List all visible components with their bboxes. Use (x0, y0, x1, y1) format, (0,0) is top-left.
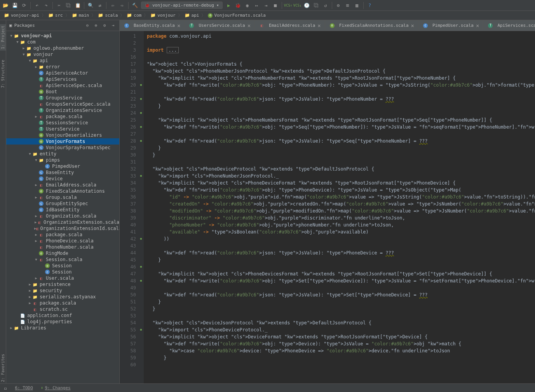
close-icon[interactable]: × (177, 23, 180, 29)
replace-icon[interactable]: ⇄ (97, 2, 103, 9)
crumb-root[interactable]: 📁vonjour-api (2, 12, 41, 19)
tree-node[interactable]: oBoot (6, 89, 119, 95)
settings-icon[interactable]: ⚙ (335, 2, 342, 9)
attach-icon[interactable]: ⇥ (263, 2, 269, 9)
undo-icon[interactable]: ↶ (34, 2, 40, 9)
tree-node[interactable]: ◧scratch.sc (6, 306, 119, 312)
revert-icon[interactable]: ↺ (322, 2, 329, 9)
tree-node[interactable]: oVonjourFormats (6, 138, 119, 145)
copy-icon[interactable]: ⿻ (65, 2, 71, 9)
tree-node[interactable]: oVonjourDeserializers (6, 132, 119, 138)
crumb-vonjour[interactable]: 📁vonjour (149, 12, 177, 19)
tree-node[interactable]: ▶◧EmailAddress.scala (6, 182, 119, 188)
tree-node[interactable]: ▶📁error (6, 64, 119, 70)
tree-node[interactable]: ▼📁com (6, 39, 119, 45)
tree-node[interactable]: ◧ApiServiceSpec.scala (6, 82, 119, 89)
editor-tab[interactable]: TApiServices.scala× (483, 20, 535, 31)
tree-node[interactable]: oSession (6, 263, 119, 269)
tree-node[interactable]: ▼📁entity (6, 151, 119, 157)
stop-icon[interactable]: ■ (272, 2, 279, 9)
tree-node[interactable]: ▶📁oglowo.phonenumber (6, 45, 119, 51)
find-icon[interactable]: 🔍 (87, 2, 94, 9)
tree-node[interactable]: cApiServiceActor (6, 70, 119, 76)
tree-node[interactable]: ▶📁security (6, 287, 119, 294)
vcs-up-icon[interactable]: VCS↑ (285, 2, 291, 9)
tree-node[interactable]: TGroupsService (6, 95, 119, 101)
editor-tab[interactable]: cPimpedUser.scala× (418, 20, 483, 31)
tree-node[interactable]: ▶◧package.scala (6, 113, 119, 120)
tree-node[interactable]: ▶📁serializers.astyanax (6, 294, 119, 300)
todo-button[interactable]: 6: TODO (15, 385, 33, 390)
crumb-com[interactable]: 📁com (125, 12, 143, 19)
paste-icon[interactable]: 📋 (75, 2, 81, 9)
code-content[interactable]: package com.vonjour.api import ... "kw">… (144, 31, 535, 383)
debug-icon[interactable]: 🐞 (235, 2, 241, 9)
toggle-tools-icon[interactable]: ▫ (4, 385, 7, 391)
close-icon[interactable]: × (247, 23, 251, 29)
close-icon[interactable]: × (476, 23, 479, 29)
tree-node[interactable]: ▼📁vonjour (6, 51, 119, 57)
redo-icon[interactable]: ↷ (43, 2, 49, 9)
open-icon[interactable]: 📂 (2, 2, 9, 9)
tree-node[interactable]: ▼📁pimps (6, 157, 119, 163)
crumb-main[interactable]: 📁main (70, 12, 91, 19)
tree-node[interactable]: ▼📁api (6, 57, 119, 64)
crumb-api[interactable]: 📁api (183, 12, 201, 19)
coverage-icon[interactable]: ◉ (244, 2, 251, 9)
run-configuration-dropdown[interactable]: 🐞 vonjour-api-remote-debug ▾ (141, 2, 223, 9)
tree-node[interactable]: ▶◧package.scala (6, 232, 119, 238)
close-icon[interactable]: × (317, 23, 321, 29)
help-icon[interactable]: ? (367, 2, 373, 9)
tree-node[interactable]: ▶◧OrganizationExtension.scala (6, 219, 119, 225)
project-tree[interactable]: ▼📁vonjour-api▼📁com▶📁oglowo.phonenumber▼📁… (6, 31, 119, 383)
code-editor[interactable]: 1231617181920212223242526272829303132333… (120, 31, 535, 383)
back-icon[interactable]: ⇦ (110, 2, 116, 9)
tab-structure[interactable]: 7: Structure (0, 58, 6, 89)
target-icon[interactable]: ⊕ (93, 23, 99, 29)
tab-favorites[interactable]: 2: Favorites (0, 352, 6, 383)
vcs-down-icon[interactable]: VCS↓ (295, 2, 301, 9)
tree-node[interactable]: ▼📁vonjour-api (6, 33, 119, 39)
close-icon[interactable]: × (411, 23, 414, 29)
tree-node[interactable]: ▶📁persistence (6, 281, 119, 287)
tree-node[interactable]: cPimpedUser (6, 163, 119, 169)
tree-node[interactable]: ▶◧Group.scala (6, 194, 119, 200)
crumb-scala[interactable]: 📁scala (96, 12, 119, 19)
tree-node[interactable]: cSession (6, 269, 119, 275)
tree-node[interactable]: ▶◧User.scala (6, 275, 119, 281)
gear-icon[interactable]: ⚙ (101, 23, 108, 29)
tree-node[interactable]: 📄application.conf (6, 312, 119, 319)
tree-node[interactable]: 📄log4j.properties (6, 319, 119, 325)
collapse-icon[interactable]: ⊖ (84, 23, 91, 29)
structure-icon[interactable]: ▦ (354, 2, 360, 9)
save-icon[interactable]: 💾 (12, 2, 18, 9)
tree-node[interactable]: ▶◧PhoneDevice.scala (6, 238, 119, 244)
tree-node[interactable]: cVonjourSprayFormatsSpec (6, 145, 119, 151)
editor-tab[interactable]: oFixedScalaAnnotations.scala× (325, 20, 418, 31)
tree-node[interactable]: ▶◧OrganizationExtensionId.scala (6, 225, 119, 232)
history-icon[interactable]: 🕐 (304, 2, 310, 9)
refresh-icon[interactable]: ⟳ (21, 2, 27, 9)
crumb-src[interactable]: 📁src (47, 12, 64, 19)
step-icon[interactable]: ↦ (254, 2, 260, 9)
tree-node[interactable]: cIdBaseEntity (6, 207, 119, 213)
tree-node[interactable]: ◧PhoneNumber.scala (6, 244, 119, 250)
crumb-file[interactable]: oVonjourFormats.scala (206, 12, 267, 19)
tree-node[interactable]: TSessionsService (6, 120, 119, 126)
tree-node[interactable]: ▶📁Libraries (6, 325, 119, 331)
editor-tab[interactable]: cBaseEntity.scala× (120, 20, 185, 31)
tree-node[interactable]: ◧GroupsServiceSpec.scala (6, 101, 119, 107)
build-icon[interactable]: 🔨 (132, 2, 138, 9)
tree-node[interactable]: oRingMode (6, 250, 119, 256)
tree-node[interactable]: TUsersService (6, 126, 119, 132)
tree-node[interactable]: cGroupEntitySpec (6, 200, 119, 207)
sdk-icon[interactable]: ⊞ (345, 2, 351, 9)
tree-node[interactable]: TOrganizationsService (6, 107, 119, 113)
tree-node[interactable]: cBaseEntity (6, 169, 119, 176)
compare-icon[interactable]: ⿻ (313, 2, 319, 9)
hide-icon[interactable]: ⇥ (110, 23, 116, 29)
tree-node[interactable]: oFixedScalaAnnotations (6, 188, 119, 194)
forward-icon[interactable]: ⇨ (119, 2, 125, 9)
tree-node[interactable]: ▶◧Organization.scala (6, 213, 119, 219)
tree-node[interactable]: ▶◧package.scala (6, 300, 119, 306)
